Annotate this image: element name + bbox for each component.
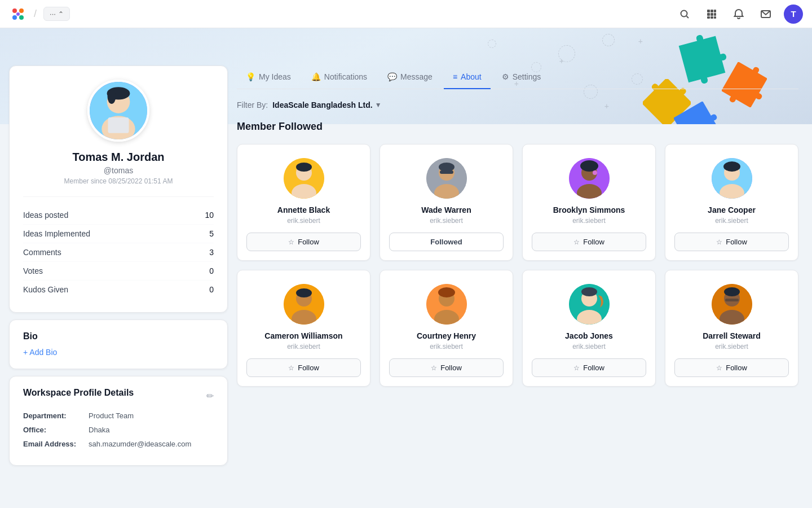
bio-section: Bio + Add Bio: [9, 319, 228, 369]
workspace-edit-icon[interactable]: ✏: [206, 391, 214, 401]
tab-my-ideas-label: My Ideas: [259, 72, 291, 81]
member-grid-row1: Annette Black erik.siebert ☆ Follow: [237, 144, 798, 261]
member-name-jane: Jane Cooper: [708, 205, 756, 214]
svg-point-5: [681, 10, 687, 16]
tab-about-label: About: [461, 72, 482, 81]
follow-star-icon-brooklyn: ☆: [573, 238, 580, 246]
topbar-right: T: [676, 5, 803, 24]
apps-button[interactable]: [703, 5, 721, 23]
stat-label-votes: Votes: [23, 266, 43, 275]
svg-point-56: [724, 287, 740, 296]
settings-icon: ⚙: [502, 72, 509, 81]
member-name-annette: Annette Black: [277, 205, 330, 214]
follow-button-courtney[interactable]: ☆ Follow: [389, 358, 504, 377]
follow-button-jacob[interactable]: ☆ Follow: [532, 358, 646, 377]
tabs-bar: 💡 My Ideas 🔔 Notifications 💬 Message ≡ A…: [237, 65, 798, 89]
add-bio-link[interactable]: + Add Bio: [23, 348, 57, 357]
follow-star-icon-jane: ☆: [716, 238, 722, 246]
svg-rect-9: [714, 10, 716, 12]
svg-point-35: [580, 160, 598, 172]
tab-settings[interactable]: ⚙ Settings: [493, 65, 550, 89]
workspace-email-value: sah.mazumder@ideascale.com: [89, 440, 191, 448]
filter-value: IdeaScale Bangladesh Ltd.: [272, 100, 372, 110]
follow-label-annette: Follow: [298, 238, 319, 246]
follow-label-cameron: Follow: [298, 364, 319, 372]
breadcrumb-separator: /: [34, 8, 37, 20]
members-section-heading: Member Followed: [237, 121, 798, 133]
stat-comments: Comments 3: [23, 243, 214, 262]
user-avatar[interactable]: T: [784, 5, 803, 24]
stat-label-comments: Comments: [23, 248, 61, 257]
tab-settings-label: Settings: [513, 72, 541, 81]
member-avatar-wade: [426, 158, 467, 199]
workspace-office-label: Office:: [23, 426, 80, 434]
follow-label-jane: Follow: [726, 238, 747, 246]
follow-star-icon-cameron: ☆: [288, 364, 294, 372]
member-avatar-cameron: [284, 284, 324, 325]
svg-point-36: [593, 170, 597, 175]
search-button[interactable]: [676, 5, 694, 23]
workspace-department-value: Product Team: [89, 411, 134, 420]
follow-label-darrell: Follow: [726, 364, 747, 372]
notification-button[interactable]: [730, 5, 748, 23]
member-card-annette: Annette Black erik.siebert ☆ Follow: [237, 144, 370, 261]
workspace-department: Department: Product Team: [23, 411, 214, 420]
svg-rect-10: [707, 13, 710, 16]
app-logo[interactable]: [9, 5, 27, 23]
follow-button-cameron[interactable]: ☆ Follow: [246, 358, 361, 377]
svg-line-6: [687, 16, 689, 18]
member-handle-jane: erik.siebert: [715, 217, 748, 225]
tab-message[interactable]: 💬 Message: [378, 65, 442, 89]
svg-point-48: [438, 287, 455, 297]
member-name-wade: Wade Warren: [421, 205, 471, 214]
member-name-brooklyn: Brooklyn Simmons: [553, 205, 625, 214]
topbar: / ··· ⌃: [0, 0, 812, 28]
member-avatar-darrell: [712, 284, 752, 325]
svg-rect-13: [707, 16, 710, 19]
workspace-email: Email Address: sah.mazumder@ideascale.co…: [23, 440, 214, 448]
workspace-header: Workspace Profile Details ✏: [23, 388, 214, 404]
bio-title: Bio: [23, 331, 214, 341]
member-card-courtney: Courtney Henry erik.siebert ☆ Follow: [379, 270, 513, 387]
profile-stats: Ideas posted 10 Ideas Implemented 5 Comm…: [23, 196, 214, 299]
member-name-darrell: Darrell Steward: [703, 331, 761, 340]
svg-point-2: [12, 15, 17, 20]
tab-notifications-label: Notifications: [324, 72, 367, 81]
workspace-email-label: Email Address:: [23, 440, 80, 448]
follow-button-wade[interactable]: Followed: [389, 233, 504, 251]
stat-ideas-implemented: Ideas Implemented 5: [23, 225, 214, 243]
tab-about[interactable]: ≡ About: [444, 65, 491, 89]
svg-rect-12: [714, 13, 716, 16]
profile-avatar: [87, 80, 149, 142]
stat-value-votes: 0: [209, 266, 214, 275]
svg-point-52: [581, 287, 597, 296]
follow-button-annette[interactable]: ☆ Follow: [246, 233, 361, 251]
follow-button-brooklyn[interactable]: ☆ Follow: [532, 233, 646, 251]
svg-point-0: [12, 8, 17, 13]
svg-point-3: [19, 15, 24, 20]
follow-button-darrell[interactable]: ☆ Follow: [674, 358, 789, 377]
profile-sidebar: Tomas M. Jordan @tomas Member since 08/2…: [0, 56, 237, 475]
filter-bar: Filter By: IdeaScale Bangladesh Ltd. ▼: [237, 100, 798, 110]
my-ideas-icon: 💡: [246, 72, 255, 81]
follow-label-courtney: Follow: [440, 364, 462, 372]
member-avatar-annette: [284, 158, 324, 199]
member-handle-cameron: erik.siebert: [287, 343, 320, 351]
follow-star-icon-annette: ☆: [288, 238, 294, 246]
stat-value-ideas-posted: 10: [205, 211, 214, 220]
tab-message-label: Message: [400, 72, 433, 81]
stat-label-ideas-implemented: Ideas Implemented: [23, 229, 90, 238]
stat-value-comments: 3: [209, 248, 214, 257]
svg-point-26: [296, 163, 312, 172]
tab-notifications[interactable]: 🔔 Notifications: [302, 65, 376, 89]
follow-star-icon-courtney: ☆: [431, 364, 437, 372]
svg-rect-7: [707, 10, 710, 12]
member-grid-row2: Cameron Williamson erik.siebert ☆ Follow: [237, 270, 798, 387]
member-card-darrell: Darrell Steward erik.siebert ☆ Follow: [665, 270, 798, 387]
filter-dropdown[interactable]: IdeaScale Bangladesh Ltd. ▼: [272, 100, 381, 110]
tab-my-ideas[interactable]: 💡 My Ideas: [237, 65, 300, 89]
breadcrumb-nav[interactable]: ··· ⌃: [43, 7, 70, 21]
stat-label-ideas-posted: Ideas posted: [23, 211, 68, 220]
mail-button[interactable]: [757, 5, 775, 23]
follow-button-jane[interactable]: ☆ Follow: [674, 233, 789, 251]
